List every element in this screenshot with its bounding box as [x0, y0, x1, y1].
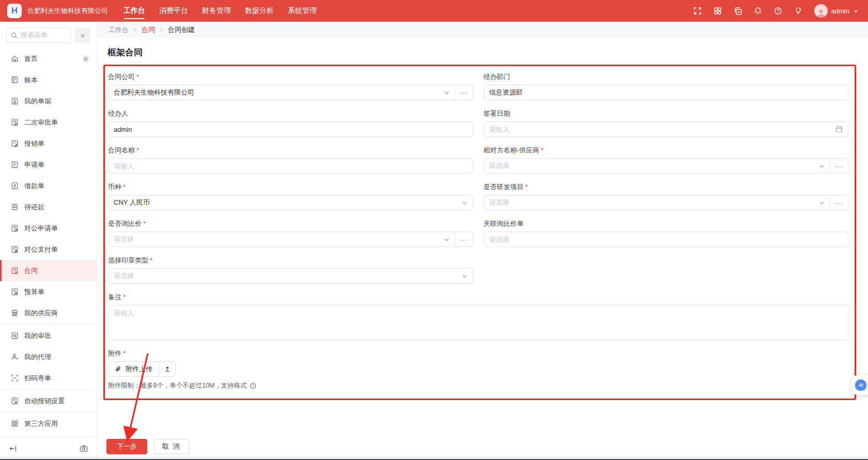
sidebar-item-my-approvals[interactable]: 我的审批 — [0, 325, 97, 346]
sidebar-item-second-approval[interactable]: 二次审批单 — [0, 112, 97, 133]
home-settings-gear-icon[interactable] — [82, 55, 89, 63]
bell-icon[interactable] — [754, 7, 763, 16]
my-suppliers-icon — [11, 309, 19, 317]
sidebar-expand-button[interactable]: » — [75, 27, 90, 43]
currency-select[interactable]: CNY 人民币 — [108, 195, 473, 210]
required-mark: * — [136, 73, 139, 81]
help-icon[interactable] — [774, 7, 783, 16]
my-agents-icon — [11, 353, 19, 361]
field-rd-project: 是否研发项目* 请选择 ··· — [484, 182, 849, 210]
attachment-upload-button[interactable]: 附件上传 — [108, 361, 159, 377]
required-mark: * — [525, 183, 528, 191]
rd-project-label: 是否研发项目 — [484, 182, 524, 192]
breadcrumb: 工作台 > 合同 > 合同创建 — [97, 22, 868, 38]
sidebar-item-application-form[interactable]: 申请单 — [0, 154, 97, 175]
rd-project-more-button[interactable]: ··· — [830, 195, 848, 210]
chevron-down-icon — [444, 237, 450, 242]
handler-input[interactable] — [114, 126, 468, 133]
field-contract-company: 合同公司* 合肥利夫生物科技有限公司 ··· — [108, 72, 473, 100]
sidebar-item-my-agents[interactable]: 我的代理 — [0, 346, 97, 367]
upload-icon — [164, 365, 171, 373]
apps-grid-icon[interactable] — [714, 7, 722, 16]
seal-type-select[interactable]: 请选择 — [108, 268, 473, 284]
nav-workbench[interactable]: 工作台 — [123, 0, 145, 22]
contract-company-more-button[interactable]: ··· — [455, 85, 473, 100]
field-seal-type: 选择印章类型* 请选择 — [108, 256, 473, 284]
home-icon — [11, 55, 19, 63]
sidebar-item-scan-ship[interactable]: 扫码寄单 — [0, 367, 97, 389]
page-title: 框架合同 — [107, 47, 856, 58]
sidebar-item-corporate-payment[interactable]: 对公支付单 — [0, 239, 97, 260]
upload-icon-button[interactable] — [159, 361, 176, 377]
inquiry-more-button[interactable]: ··· — [455, 232, 473, 247]
inquiry-label: 是否询比价 — [108, 219, 142, 228]
info-icon[interactable] — [250, 382, 256, 389]
related-inquiry-label: 关联询比价单 — [484, 219, 524, 228]
top-header: H 合肥利夫生物科技有限公司 工作台 消费平台 财务管理 数据分析 系统管理 — [0, 0, 868, 22]
supplier-label: 相对方名称-供应商 — [484, 146, 539, 155]
my-documents-icon — [11, 97, 19, 105]
field-department: 经办部门 — [484, 72, 849, 100]
chevron-down-icon — [462, 200, 468, 206]
menu-search-input[interactable]: 搜索菜单 — [6, 27, 71, 43]
contract-form-annotated-box: 合同公司* 合肥利夫生物科技有限公司 ··· 经办部门 — [103, 65, 856, 400]
sidebar-item-my-suppliers[interactable]: 我的供应商 — [0, 302, 97, 324]
idea-bulb-icon[interactable] — [794, 7, 803, 16]
related-inquiry-input[interactable] — [489, 236, 843, 243]
field-supplier: 相对方名称-供应商* 请选择 ··· — [484, 146, 849, 174]
breadcrumb-contract[interactable]: 合同 — [142, 25, 155, 35]
nav-system-management[interactable]: 系统管理 — [288, 0, 317, 22]
field-sign-date: 签署日期 — [484, 109, 849, 137]
sidebar-item-auto-expense-settings[interactable]: 自动报销设置 — [0, 390, 97, 411]
nav-data-analysis[interactable]: 数据分析 — [245, 0, 274, 22]
camera-icon[interactable] — [80, 445, 88, 452]
app-window: H 合肥利夫生物科技有限公司 工作台 消费平台 财务管理 数据分析 系统管理 — [0, 0, 868, 460]
fullscreen-icon[interactable] — [693, 7, 702, 16]
sidebar-item-contract[interactable]: 合同 — [0, 260, 97, 281]
sidebar: 搜索菜单 » 首页 账本 我的单据 — [0, 22, 97, 459]
sidebar-item-ledger[interactable]: 账本 — [0, 69, 97, 90]
page-bottom-divider — [0, 457, 868, 457]
sidebar-item-loan-form[interactable]: 借款单 — [0, 175, 97, 196]
inquiry-select[interactable]: 请选择 — [108, 232, 455, 247]
collapse-sidebar-icon[interactable] — [9, 445, 17, 452]
third-party-apps-icon — [11, 420, 19, 427]
supplier-more-button[interactable]: ··· — [830, 158, 848, 174]
calendar-icon — [835, 126, 843, 133]
sign-date-input[interactable] — [489, 126, 833, 133]
app-logo[interactable]: H — [7, 4, 22, 18]
logo-letter: H — [11, 6, 18, 16]
department-input[interactable] — [489, 89, 843, 97]
sidebar-item-budget-form[interactable]: 预算单 — [0, 281, 97, 302]
next-step-button[interactable]: 下一步 — [106, 439, 147, 454]
contract-name-input-wrap — [108, 158, 473, 174]
field-contract-name: 合同名称* — [108, 146, 473, 174]
scan-code-icon — [11, 374, 19, 382]
my-approvals-icon — [11, 332, 19, 340]
sidebar-item-pending-repayment[interactable]: 待还款 — [0, 196, 97, 218]
sign-date-picker[interactable] — [484, 121, 849, 137]
user-menu[interactable]: admin — [814, 4, 859, 18]
nav-finance-management[interactable]: 财务管理 — [202, 0, 231, 22]
rd-project-select[interactable]: 请选择 — [484, 195, 831, 210]
sidebar-item-home[interactable]: 首页 — [0, 48, 97, 69]
sidebar-item-expense-form[interactable]: 报销单 — [0, 133, 97, 154]
ai-assistant-float-button[interactable]: AI — [851, 375, 868, 395]
sidebar-divider — [0, 324, 97, 325]
supplier-select[interactable]: 请选择 — [484, 158, 831, 174]
contract-name-input[interactable] — [114, 162, 468, 170]
auto-expense-settings-icon — [11, 397, 19, 405]
sidebar-item-third-party-apps[interactable]: 第三方应用 — [0, 413, 97, 434]
budget-form-icon — [11, 288, 19, 296]
search-icon — [11, 32, 18, 39]
sidebar-item-corporate-application[interactable]: 对公申请单 — [0, 218, 97, 239]
contract-company-select[interactable]: 合肥利夫生物科技有限公司 — [108, 85, 455, 100]
sidebar-item-my-documents[interactable]: 我的单据 — [0, 90, 97, 112]
nav-consumption-platform[interactable]: 消费平台 — [159, 0, 188, 22]
remark-textarea[interactable] — [114, 309, 843, 336]
breadcrumb-workbench[interactable]: 工作台 — [109, 25, 129, 35]
sidebar-menu: 首页 账本 我的单据 二次审批单 报销单 — [0, 47, 97, 437]
field-related-inquiry: 关联询比价单 — [484, 219, 849, 247]
cancel-button[interactable]: 取 消 — [154, 439, 189, 454]
copy-check-icon[interactable] — [734, 7, 742, 16]
